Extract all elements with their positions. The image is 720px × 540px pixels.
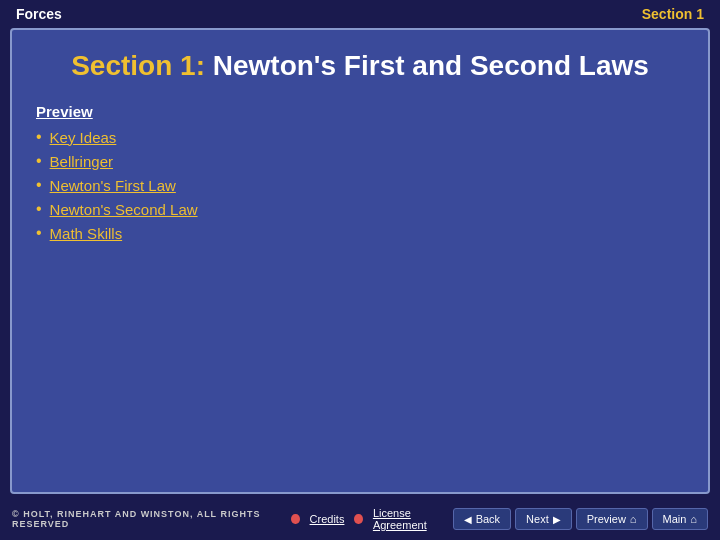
next-label: Next	[526, 513, 549, 525]
next-button[interactable]: Next ▶	[515, 508, 572, 530]
back-arrow-icon: ◀	[464, 514, 472, 525]
main-label: Main	[663, 513, 687, 525]
preview-label-btn: Preview	[587, 513, 626, 525]
newtons-first-law-link[interactable]: Newton's First Law	[50, 177, 176, 194]
back-button[interactable]: ◀ Back	[453, 508, 511, 530]
license-agreement-link[interactable]: License Agreement	[373, 507, 453, 531]
nav-buttons: ◀ Back Next ▶ Preview ⌂ Main ⌂	[453, 508, 708, 530]
preview-house-icon: ⌂	[630, 513, 637, 525]
preview-list: • Key Ideas • Bellringer • Newton's Firs…	[36, 128, 684, 248]
app-container: Forces Section 1 Section 1: Newton's Fir…	[0, 0, 720, 540]
credits-link[interactable]: Credits	[310, 513, 345, 525]
top-bar-subject: Forces	[16, 6, 62, 22]
list-item[interactable]: • Math Skills	[36, 224, 684, 242]
preview-button[interactable]: Preview ⌂	[576, 508, 648, 530]
license-dot-icon	[354, 514, 362, 524]
preview-label: Preview	[36, 103, 684, 120]
bullet-icon: •	[36, 200, 42, 218]
list-item[interactable]: • Key Ideas	[36, 128, 684, 146]
copyright-text: © HOLT, RINEHART AND WINSTON, All Rights…	[12, 509, 291, 529]
top-bar-section: Section 1	[642, 6, 704, 22]
section-title-prefix: Section 1:	[71, 50, 205, 81]
bullet-icon: •	[36, 176, 42, 194]
credits-dot-icon	[291, 514, 299, 524]
back-label: Back	[476, 513, 500, 525]
main-content: Section 1: Newton's First and Second Law…	[10, 28, 710, 494]
newtons-second-law-link[interactable]: Newton's Second Law	[50, 201, 198, 218]
list-item[interactable]: • Newton's Second Law	[36, 200, 684, 218]
list-item[interactable]: • Newton's First Law	[36, 176, 684, 194]
top-bar: Forces Section 1	[0, 0, 720, 28]
section-title: Section 1: Newton's First and Second Law…	[36, 48, 684, 83]
list-item[interactable]: • Bellringer	[36, 152, 684, 170]
bottom-center-group: Credits License Agreement	[291, 507, 453, 531]
bullet-icon: •	[36, 152, 42, 170]
bellringer-link[interactable]: Bellringer	[50, 153, 113, 170]
bottom-bar: © HOLT, RINEHART AND WINSTON, All Rights…	[0, 498, 720, 540]
key-ideas-link[interactable]: Key Ideas	[50, 129, 117, 146]
next-arrow-icon: ▶	[553, 514, 561, 525]
main-house-icon: ⌂	[690, 513, 697, 525]
math-skills-link[interactable]: Math Skills	[50, 225, 123, 242]
copyright-bold: © HOLT, RINEHART AND WINSTON, All Rights…	[12, 509, 260, 529]
section-title-text: Newton's First and Second Laws	[213, 50, 649, 81]
bullet-icon: •	[36, 224, 42, 242]
main-button[interactable]: Main ⌂	[652, 508, 709, 530]
bullet-icon: •	[36, 128, 42, 146]
